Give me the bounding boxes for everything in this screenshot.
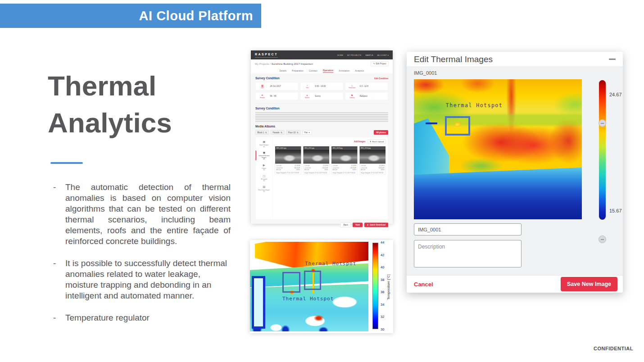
- confidential-label: CONFIDENTIAL: [594, 346, 633, 351]
- survey-card-humidity: ☂Humidity 56 - 65: [255, 92, 299, 100]
- photo-card[interactable]: IMG_0011.jpg Latitude22.28 N Longitude11…: [303, 146, 330, 175]
- app-screenshot: RASPECT HOME MY PROJECTS SAMPLE ACCOUNT …: [251, 50, 393, 224]
- survey-notes-text: [255, 113, 388, 122]
- bullet-dash: -: [53, 258, 65, 301]
- back-button[interactable]: Back: [340, 222, 351, 227]
- save-new-image-button[interactable]: Save New Image: [561, 277, 617, 291]
- hotspot-label: Thermal Hotspot: [446, 102, 503, 109]
- bullet-list: - The automatic detection of thermal ano…: [53, 182, 231, 335]
- hotspot-annotation-box: [282, 272, 300, 293]
- thermal-thumbnail: [275, 149, 301, 164]
- bullet-text: Temperature regulator: [65, 312, 150, 323]
- temperature-range-slider[interactable]: [599, 80, 606, 220]
- modal-footer: Cancel Save New Image: [407, 275, 623, 293]
- colorbar-ticks: 44 42 40 38 36 34 32 30: [381, 240, 384, 331]
- survey-condition-heading-2: Survey Condition: [255, 107, 280, 110]
- nav-item-sample[interactable]: SAMPLE: [365, 54, 373, 56]
- tab-preparation[interactable]: Preparation: [292, 70, 304, 72]
- modal-title: Edit Thermal Images: [414, 54, 493, 64]
- list-item: - Temperature regulator: [53, 312, 231, 323]
- title-underline: [50, 162, 83, 164]
- album-videos[interactable]: ▶ Videos(0): [256, 163, 273, 171]
- filter-block-dropdown[interactable]: Block 1⇅: [255, 130, 269, 135]
- thermal-plot-card: Thermal Hotspot Thermal Hotspot 44 42 40…: [250, 240, 393, 333]
- cancel-button[interactable]: Cancel: [414, 281, 433, 288]
- nav-item-account[interactable]: ACCOUNT ▾: [377, 54, 389, 56]
- bullet-dash: -: [53, 182, 65, 247]
- batch-download-button[interactable]: ⬇ Batch Download: [364, 223, 388, 227]
- thermal-thumbnail: [360, 149, 386, 164]
- raspect-logo: RASPECT: [255, 52, 278, 58]
- filter-facade-dropdown[interactable]: Facade⇅: [271, 130, 284, 135]
- all-photos-button[interactable]: All photos: [374, 130, 388, 135]
- bullet-dash: -: [53, 312, 65, 323]
- album-digital-images[interactable]: ▣ Digital Images(4): [256, 140, 273, 148]
- page-title: Thermal Analytics: [48, 68, 172, 141]
- edit-icon: ✎: [373, 63, 375, 65]
- bullet-text: The automatic detection of thermal anoma…: [65, 182, 231, 247]
- image-icon: ▤: [257, 185, 272, 188]
- app-tabs: Details Preparation Contract Operation A…: [251, 68, 393, 74]
- hotspot-annotation-box: [304, 271, 321, 290]
- media-albums-heading: Media Albums: [255, 125, 275, 128]
- page-title-line2: Analytics: [48, 104, 172, 141]
- sort-icon: ⇅: [281, 131, 282, 134]
- app-nav: HOME MY PROJECTS SAMPLE ACCOUNT ▾: [337, 54, 389, 56]
- survey-condition-heading: Survey Condition: [255, 77, 280, 80]
- slider-min-handle[interactable]: [599, 235, 606, 243]
- sort-icon: ⇅: [297, 131, 299, 134]
- survey-card-date: ▦Date 26 Oct 2017: [255, 82, 299, 90]
- filter-floor-dropdown[interactable]: Floor 10⇅: [286, 130, 300, 135]
- thermal-roof-image: Thermal Hotspot Thermal Hotspot: [250, 242, 368, 331]
- tab-analytics[interactable]: Analytics: [355, 70, 364, 72]
- photo-card[interactable]: IMG_0156.jpg Latitude22.28 N Longitude11…: [359, 146, 386, 175]
- thermal-thumbnail: [304, 149, 330, 164]
- chevron-down-icon: ▾: [309, 131, 310, 134]
- album-3d-model[interactable]: ◫ 3D model(0): [256, 174, 273, 182]
- next-button[interactable]: Next: [353, 223, 363, 227]
- edit-condition-link[interactable]: Edit Condition: [374, 77, 388, 79]
- tab-details[interactable]: Details: [280, 70, 286, 72]
- edit-project-button[interactable]: ✎ Edit Project: [371, 61, 389, 66]
- breadcrumb: My Projects / Sunshine Building 2017 Ins…: [251, 59, 393, 68]
- upload-icon: ⬆: [370, 140, 372, 143]
- list-item: - The automatic detection of thermal ano…: [53, 182, 231, 247]
- infrared-icon: ◉: [257, 151, 272, 154]
- thermal-thumbnail: [331, 149, 358, 164]
- bullet-text: It is possible to successfully detect th…: [65, 258, 231, 301]
- tab-contract[interactable]: Contract: [309, 70, 317, 72]
- app-top-bar: RASPECT HOME MY PROJECTS SAMPLE ACCOUNT …: [251, 50, 393, 59]
- slider-min-value: 15.67: [609, 208, 622, 213]
- minimize-icon[interactable]: [609, 59, 616, 60]
- nav-item-home[interactable]: HOME: [337, 54, 343, 56]
- album-sidebar: ▣ Digital Images(4) ◉ Infrared Thermal I…: [256, 137, 273, 220]
- nav-item-my-projects[interactable]: MY PROJECTS: [347, 54, 361, 56]
- breadcrumb-current: Sunshine Building 2017 Inspection: [272, 62, 313, 65]
- camera-icon: ▣: [257, 140, 272, 144]
- album-raw-data[interactable]: ▤ Raw Data Images(0): [256, 185, 273, 193]
- photo-card[interactable]: IMG_0019.jpg Latitude22.28 N Longitude11…: [331, 146, 358, 175]
- image-name-label: IMG_0001: [414, 70, 437, 76]
- description-textarea[interactable]: [414, 240, 522, 267]
- breadcrumb-prefix[interactable]: My Projects /: [255, 62, 271, 65]
- survey-card-temperature: ♨Temperature 6.3 - 12.8: [345, 82, 388, 90]
- image-name-input[interactable]: [414, 223, 522, 235]
- tab-annotation[interactable]: Annotation: [339, 70, 349, 72]
- cube-icon: ◫: [257, 174, 272, 177]
- photo-grid: IMG_0001.jpg Latitude22.28 N Longitude11…: [275, 146, 386, 175]
- photo-card[interactable]: IMG_0001.jpg Latitude22.28 N Longitude11…: [275, 146, 302, 175]
- media-panel: ▣ Digital Images(4) ◉ Infrared Thermal I…: [255, 137, 388, 220]
- filter-flat-select[interactable]: Flat▾: [302, 130, 312, 135]
- tab-operation[interactable]: Operation: [323, 69, 334, 72]
- page-title-line1: Thermal: [48, 68, 172, 104]
- video-icon: ▶: [257, 163, 272, 167]
- download-icon: ⬇: [367, 224, 369, 226]
- add-images-link[interactable]: Add Images: [354, 140, 366, 143]
- hotspot-label: Thermal Hotspot: [305, 261, 356, 267]
- slider-max-handle[interactable]: [599, 119, 606, 127]
- batch-upload-button[interactable]: ⬆ Batch Upload: [367, 140, 385, 144]
- colorbar-axis-label: Temperature [°C]: [386, 262, 390, 312]
- hotspot-annotation-box: [445, 116, 470, 136]
- sort-icon: ⇅: [265, 131, 267, 134]
- album-infrared-thermal[interactable]: ◉ Infrared Thermal Images(4): [256, 151, 273, 160]
